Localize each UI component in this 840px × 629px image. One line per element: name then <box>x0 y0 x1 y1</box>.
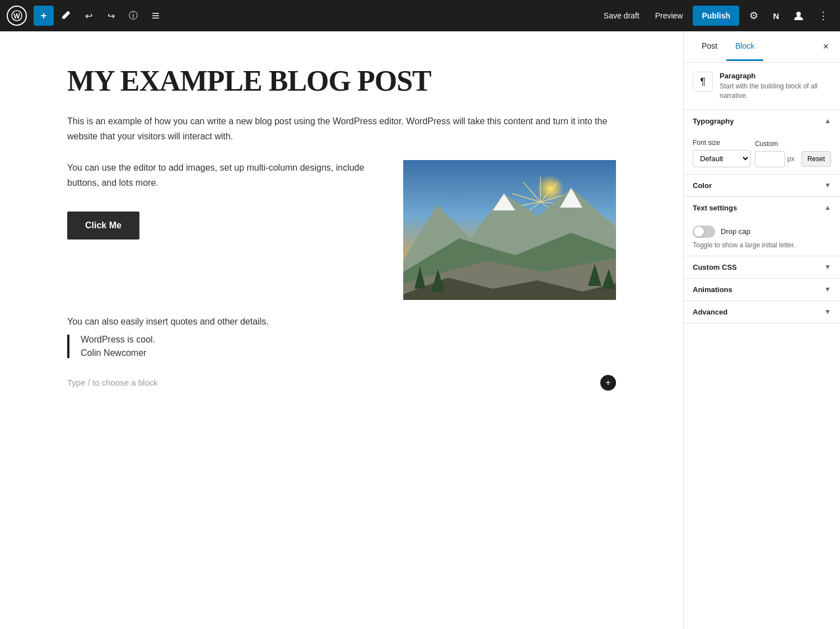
settings-button[interactable]: ⚙ <box>744 6 764 26</box>
animations-label: Animations <box>693 285 732 294</box>
sidebar: Post Block × ¶ Paragraph Start with the … <box>683 31 840 629</box>
wp-logo[interactable]: W <box>7 6 27 26</box>
typography-label: Typography <box>693 117 734 125</box>
section-text-settings: Text settings ▲ Drop cap Toggle to show … <box>684 197 840 256</box>
text-settings-label: Text settings <box>693 204 737 212</box>
custom-css-header[interactable]: Custom CSS ▼ <box>684 256 840 278</box>
quotes-intro[interactable]: You can also easily insert quotes and ot… <box>67 317 616 327</box>
n-plugin-button[interactable]: N <box>768 8 784 24</box>
animations-header[interactable]: Animations ▼ <box>684 279 840 301</box>
font-size-label: Font size <box>693 139 750 147</box>
typography-content: Font size DefaultSmallMediumLargeX-Large… <box>684 132 840 174</box>
quote-author[interactable]: Colin Newcomer <box>81 348 616 358</box>
section-typography: Typography ▲ Font size DefaultSmallMediu… <box>684 110 840 175</box>
svg-point-5 <box>796 12 801 16</box>
drop-cap-label: Drop cap <box>721 227 750 236</box>
editor-area[interactable]: MY EXAMPLE BLOG POST This is an example … <box>0 31 683 629</box>
sidebar-tabs: Post Block <box>693 32 763 61</box>
info-icon: ⓘ <box>129 10 138 22</box>
main-toolbar: W + ↩ ↪ ⓘ Save draft Preview Publish ⚙ N <box>0 0 840 31</box>
post-title[interactable]: MY EXAMPLE BLOG POST <box>67 65 616 97</box>
gear-icon: ⚙ <box>749 10 758 22</box>
custom-font-size-input[interactable] <box>755 151 785 167</box>
quotes-section: You can also easily insert quotes and ot… <box>67 317 616 358</box>
drop-cap-row: Drop cap <box>693 226 831 238</box>
tab-post[interactable]: Post <box>693 32 726 61</box>
list-view-button[interactable] <box>146 6 166 26</box>
svg-rect-3 <box>152 15 159 16</box>
advanced-chevron-down: ▼ <box>824 308 831 316</box>
edit-mode-button[interactable] <box>56 6 76 26</box>
click-me-button[interactable]: Click Me <box>67 212 139 240</box>
toolbar-right: Save draft Preview Publish ⚙ N ⋮ <box>598 6 833 26</box>
typography-chevron-up: ▲ <box>824 117 831 125</box>
undo-button[interactable]: ↩ <box>78 6 99 26</box>
custom-css-label: Custom CSS <box>693 263 737 271</box>
publish-button[interactable]: Publish <box>693 6 739 26</box>
content-row: You can use the editor to add images, se… <box>67 160 616 300</box>
info-button[interactable]: ⓘ <box>123 6 143 26</box>
redo-button[interactable]: ↪ <box>101 6 121 26</box>
more-icon: ⋮ <box>818 10 828 22</box>
svg-rect-4 <box>152 18 159 19</box>
tab-block[interactable]: Block <box>726 32 763 61</box>
undo-icon: ↩ <box>85 11 92 21</box>
features-paragraph[interactable]: You can use the editor to add images, se… <box>67 160 381 190</box>
main-layout: MY EXAMPLE BLOG POST This is an example … <box>0 31 840 629</box>
preview-button[interactable]: Preview <box>650 8 689 24</box>
custom-label: Custom <box>755 140 778 148</box>
color-chevron-down: ▼ <box>824 181 831 189</box>
typography-header[interactable]: Typography ▲ <box>684 110 840 132</box>
toggle-knob <box>694 227 704 237</box>
block-name: Paragraph <box>720 72 831 80</box>
advanced-label: Advanced <box>693 308 727 316</box>
animations-chevron-down: ▼ <box>824 285 831 293</box>
color-label: Color <box>693 181 712 190</box>
px-label: px <box>787 155 795 163</box>
custom-css-chevron-down: ▼ <box>824 263 831 271</box>
quote-text[interactable]: WordPress is cool. <box>81 335 616 345</box>
text-settings-chevron-up: ▲ <box>824 204 831 212</box>
new-block-row: Type / to choose a block + <box>67 375 616 391</box>
section-advanced: Advanced ▼ <box>684 301 840 323</box>
new-block-placeholder[interactable]: Type / to choose a block <box>67 378 158 387</box>
section-animations: Animations ▼ <box>684 279 840 301</box>
add-block-toolbar-button[interactable]: + <box>34 6 54 26</box>
text-settings-header[interactable]: Text settings ▲ <box>684 197 840 219</box>
font-size-select[interactable]: DefaultSmallMediumLargeX-Large <box>693 150 750 167</box>
block-type-icon: ¶ <box>693 72 713 92</box>
user-avatar-button[interactable] <box>788 6 809 26</box>
advanced-header[interactable]: Advanced ▼ <box>684 301 840 323</box>
sidebar-header: Post Block × <box>684 31 840 63</box>
section-color: Color ▼ <box>684 175 840 197</box>
redo-icon: ↪ <box>108 11 115 21</box>
add-new-block-button[interactable]: + <box>600 375 616 391</box>
block-info-text: Paragraph Start with the building block … <box>720 72 831 101</box>
save-draft-button[interactable]: Save draft <box>598 8 645 24</box>
section-custom-css: Custom CSS ▼ <box>684 256 840 279</box>
intro-paragraph[interactable]: This is an example of how you can write … <box>67 114 616 144</box>
drop-cap-toggle[interactable] <box>693 226 715 238</box>
block-description: Start with the building block of all nar… <box>720 82 831 101</box>
n-icon: N <box>773 11 780 21</box>
drop-cap-hint: Toggle to show a large initial letter. <box>693 241 831 249</box>
reset-font-size-button[interactable]: Reset <box>801 151 831 167</box>
custom-size-group: Custom px Reset <box>755 140 831 167</box>
text-settings-content: Drop cap Toggle to show a large initial … <box>684 219 840 256</box>
content-text: You can use the editor to add images, se… <box>67 160 381 240</box>
mountain-image <box>403 160 616 300</box>
more-options-button[interactable]: ⋮ <box>813 6 833 26</box>
svg-rect-2 <box>152 13 159 14</box>
color-header[interactable]: Color ▼ <box>684 175 840 196</box>
sidebar-close-button[interactable]: × <box>820 39 831 55</box>
svg-text:W: W <box>13 12 20 20</box>
font-size-group: Font size DefaultSmallMediumLargeX-Large <box>693 139 750 167</box>
blockquote: WordPress is cool. Colin Newcomer <box>67 335 616 358</box>
block-info: ¶ Paragraph Start with the building bloc… <box>684 63 840 110</box>
